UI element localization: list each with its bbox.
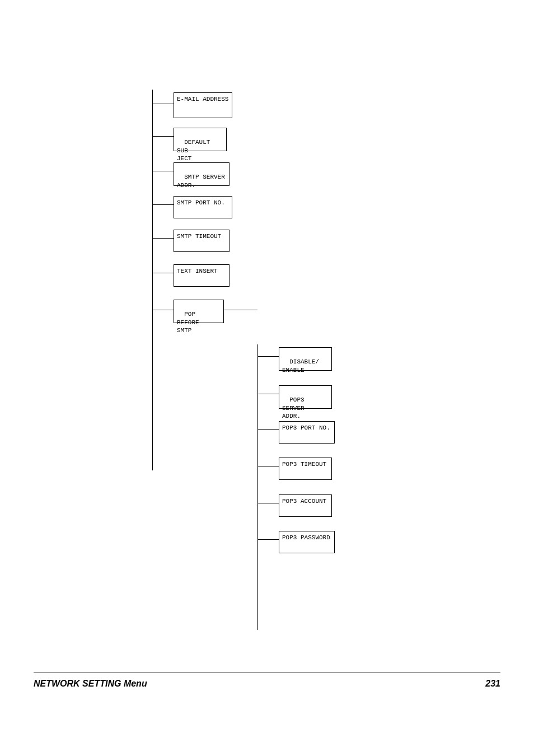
h-line-email <box>152 104 174 104</box>
h-line-subject <box>152 136 174 137</box>
menu-box-default-subject: DEFAULT SUB- JECT <box>174 128 227 151</box>
menu-box-disable-enable: DISABLE/ ENABLE <box>279 347 332 371</box>
menu-box-smtp-server-addr: SMTP SERVER ADDR. <box>174 162 229 186</box>
h-line-disable-enable <box>257 356 279 357</box>
footer-title: NETWORK SETTING Menu <box>34 679 147 689</box>
menu-box-smtp-port-no: SMTP PORT NO. <box>174 196 232 218</box>
h-line-pop3-server <box>257 394 279 394</box>
menu-box-pop3-password: POP3 PASSWORD <box>279 531 335 553</box>
h-line-smtp-port <box>152 204 174 205</box>
footer-page-number: 231 <box>485 679 500 689</box>
menu-box-text-insert: TEXT INSERT <box>174 264 229 287</box>
menu-box-pop3-server-addr: POP3 SERVER ADDR. <box>279 385 332 409</box>
h-line-pop3-account <box>257 503 279 503</box>
h-line-pop-before-smtp <box>152 310 174 310</box>
h-line-smtp-timeout <box>152 238 174 239</box>
h-line-text-insert <box>152 273 174 273</box>
main-vertical-line <box>152 90 153 470</box>
h-line-pop3-port <box>257 429 279 430</box>
footer: NETWORK SETTING Menu 231 <box>34 673 500 689</box>
menu-box-smtp-timeout: SMTP TIMEOUT <box>174 230 229 252</box>
h-line-pop3-timeout <box>257 466 279 466</box>
branch-vertical-line <box>257 344 258 630</box>
menu-box-pop3-timeout: POP3 TIMEOUT <box>279 458 332 480</box>
menu-box-pop-before-smtp: POP BEFORE SMTP <box>174 300 224 323</box>
h-line-to-branch <box>224 310 257 310</box>
menu-box-pop3-account: POP3 ACCOUNT <box>279 494 332 517</box>
menu-box-email-address: E-MAIL ADDRESS <box>174 92 232 118</box>
h-line-smtp-server <box>152 171 174 171</box>
h-line-pop3-password <box>257 539 279 540</box>
menu-box-pop3-port-no: POP3 PORT NO. <box>279 421 335 444</box>
